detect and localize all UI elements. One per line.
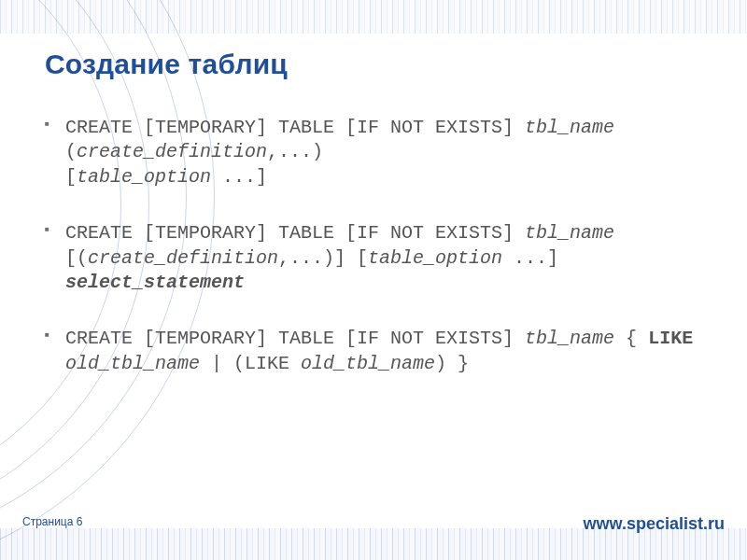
code-text: ...]	[502, 247, 558, 269]
code-text: CREATE [TEMPORARY] TABLE [IF NOT EXISTS]	[65, 117, 525, 138]
page-number: Страница 6	[22, 515, 82, 528]
slide-body: Создание таблиц CREATE [TEMPORARY] TABLE…	[45, 49, 702, 515]
page-number-value: 6	[77, 515, 83, 528]
code-text: tbl_name	[525, 328, 614, 349]
code-text: LIKE	[648, 328, 693, 349]
code-text: tbl_name	[525, 117, 614, 138]
code-text: create_definition	[88, 247, 278, 269]
code-text: [(	[65, 247, 88, 269]
code-text: old_tbl_name	[65, 353, 200, 374]
bullet-list: CREATE [TEMPORARY] TABLE [IF NOT EXISTS]…	[45, 116, 702, 376]
list-item: CREATE [TEMPORARY] TABLE [IF NOT EXISTS]…	[65, 327, 702, 376]
code-text: | (LIKE	[200, 353, 301, 374]
code-text: ) }	[435, 353, 469, 374]
code-text: create_definition	[77, 141, 267, 162]
code-text: old_tbl_name	[301, 353, 435, 374]
list-item: CREATE [TEMPORARY] TABLE [IF NOT EXISTS]…	[65, 221, 702, 295]
code-text: tbl_name	[525, 222, 614, 244]
site-url: www.specialist.ru	[584, 514, 725, 534]
page-number-label: Страница	[22, 515, 77, 528]
code-text: [	[65, 166, 77, 188]
code-text: table_option	[368, 247, 502, 269]
code-text: table_option	[77, 166, 211, 188]
code-text: CREATE [TEMPORARY] TABLE [IF NOT EXISTS]	[65, 222, 525, 244]
slide-title: Создание таблиц	[45, 49, 702, 80]
code-text: ,...)] [	[278, 247, 368, 269]
code-text: select_statement	[65, 272, 245, 293]
code-text: ...]	[211, 166, 267, 188]
list-item: CREATE [TEMPORARY] TABLE [IF NOT EXISTS]…	[65, 116, 702, 189]
code-text: {	[614, 328, 648, 349]
code-text: CREATE [TEMPORARY] TABLE [IF NOT EXISTS]	[65, 328, 525, 349]
code-text: (	[65, 141, 77, 162]
code-text: ,...)	[267, 141, 323, 162]
